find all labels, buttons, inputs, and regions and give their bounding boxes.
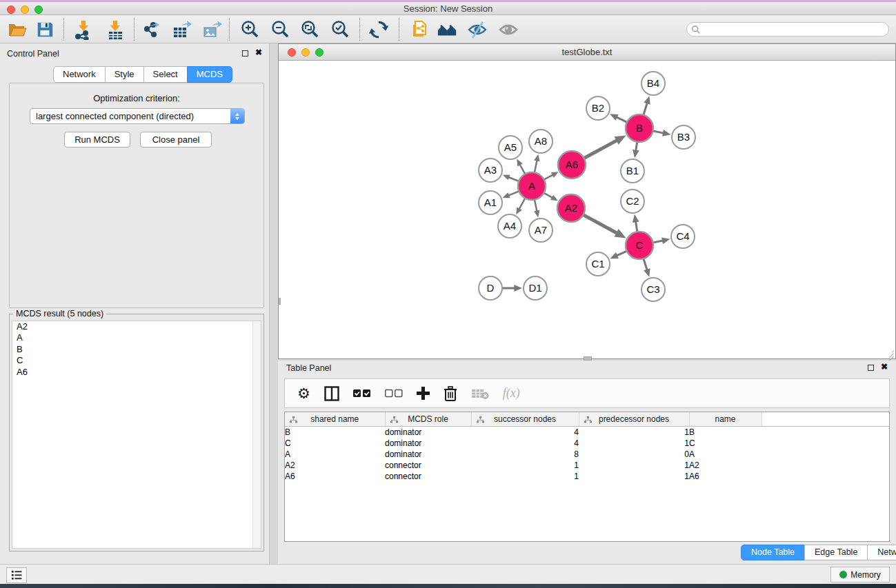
tab-style[interactable]: Style	[105, 66, 144, 83]
table-cell[interactable]: 4	[471, 427, 579, 438]
column-header-predecessor-nodes[interactable]: predecessor nodes	[579, 412, 689, 427]
table-cell[interactable]: 1	[579, 438, 689, 449]
node-table: shared name MCDS role successor nodes pr…	[284, 412, 890, 542]
task-history-button[interactable]	[6, 567, 27, 583]
graph-node-label: A2	[565, 202, 577, 214]
export-network-icon[interactable]	[139, 17, 166, 41]
column-header-mcds-role[interactable]: MCDS role	[385, 412, 471, 427]
table-cell[interactable]: A	[285, 449, 385, 460]
table-cell[interactable]: dominator	[385, 449, 471, 460]
column-layout-icon[interactable]	[324, 383, 339, 404]
result-list-item[interactable]: C	[12, 355, 261, 366]
tab-mcds[interactable]: MCDS	[187, 66, 232, 83]
import-network-icon[interactable]	[70, 17, 97, 41]
criterion-select[interactable]: largest connected component (directed)	[30, 108, 245, 124]
table-cell[interactable]: dominator	[385, 438, 471, 449]
mcds-result-list[interactable]: A2ABCA6	[12, 321, 261, 549]
select-all-columns-icon[interactable]	[353, 383, 371, 404]
table-cell[interactable]: B	[285, 427, 385, 438]
column-header-successor-nodes[interactable]: successor nodes	[471, 412, 579, 427]
result-list-item[interactable]: A2	[12, 321, 261, 332]
function-builder-icon[interactable]: f(x)	[503, 383, 520, 404]
zoom-selected-icon[interactable]	[327, 17, 353, 41]
table-cell[interactable]: C	[689, 438, 761, 449]
table-cell[interactable]: 1	[579, 427, 689, 438]
table-cell[interactable]: connector	[385, 460, 471, 471]
resize-grip-icon[interactable]	[885, 348, 894, 357]
table-cell[interactable]: dominator	[385, 427, 471, 438]
table-cell[interactable]: 1	[471, 471, 579, 482]
zoom-in-icon[interactable]	[237, 17, 263, 41]
first-neighbors-icon[interactable]	[435, 17, 461, 41]
table-cell[interactable]: A2	[285, 460, 385, 471]
table-cell[interactable]: A6	[285, 471, 385, 482]
desktop-background	[0, 584, 896, 588]
table-cell[interactable]: C	[285, 438, 385, 449]
column-type-icon	[584, 416, 592, 425]
table-cell-filler	[761, 438, 889, 449]
table-row[interactable]: Bdominator41B	[285, 427, 889, 438]
result-list-item[interactable]: B	[12, 344, 261, 355]
save-session-icon[interactable]	[32, 17, 58, 41]
tab-select[interactable]: Select	[143, 66, 188, 83]
table-cell[interactable]: 0	[579, 449, 689, 460]
show-hidden-icon[interactable]	[495, 17, 521, 41]
tab-network[interactable]: Network	[53, 66, 106, 83]
delete-table-icon[interactable]	[471, 383, 489, 404]
hide-selected-icon[interactable]	[464, 17, 490, 41]
table-cell[interactable]: connector	[385, 471, 471, 482]
unselect-all-columns-icon[interactable]	[385, 383, 403, 404]
close-panel-icon[interactable]: ✖	[255, 50, 262, 56]
graph-node-label: B1	[626, 165, 639, 176]
table-cell[interactable]: 1	[579, 471, 689, 482]
table-cell[interactable]: 1	[471, 460, 579, 471]
tab-node-table[interactable]: Node Table	[741, 545, 805, 560]
graph-edge-A2-C[interactable]	[582, 214, 617, 234]
result-scrollbar[interactable]	[252, 321, 261, 548]
table-row[interactable]: A6connector11A6	[285, 471, 889, 482]
network-canvas[interactable]: B4B2BB3A8A5A6A3B1AC2A1A2A4A7C4CC1DD1C3	[279, 61, 895, 358]
control-panel-title: Control Panel	[7, 49, 59, 59]
duplicate-network-icon[interactable]	[407, 17, 433, 41]
search-input[interactable]	[701, 24, 888, 35]
graph-edge-A6-B[interactable]	[583, 141, 617, 159]
column-header-name[interactable]: name	[689, 412, 761, 427]
memory-button[interactable]: Memory	[830, 567, 890, 582]
table-cell[interactable]: 4	[471, 438, 579, 449]
tab-network-table[interactable]: Network Table	[867, 545, 896, 560]
table-cell[interactable]: A6	[689, 471, 761, 482]
refresh-icon[interactable]	[366, 17, 392, 41]
close-table-panel-icon[interactable]: ✖	[881, 364, 888, 370]
export-table-icon[interactable]	[168, 17, 195, 41]
graph-node-label: C3	[646, 283, 659, 295]
table-cell[interactable]: 8	[471, 449, 579, 460]
table-toolbar: ⚙ f(x)	[284, 378, 890, 408]
delete-column-icon[interactable]	[444, 383, 457, 404]
zoom-fit-icon[interactable]	[297, 17, 323, 41]
network-window-titlebar[interactable]: testGlobe.txt	[279, 44, 895, 61]
graph-node-label: B	[636, 122, 643, 134]
open-session-icon[interactable]	[4, 17, 30, 41]
import-table-icon[interactable]	[102, 17, 128, 41]
vertical-scroll-mark[interactable]	[279, 298, 281, 305]
zoom-out-icon[interactable]	[267, 17, 293, 41]
result-list-item[interactable]: A	[12, 332, 261, 343]
add-column-icon[interactable]	[417, 383, 430, 404]
float-table-panel-icon[interactable]	[868, 365, 874, 371]
export-image-icon[interactable]	[199, 17, 225, 41]
table-cell[interactable]: 1	[579, 460, 689, 471]
run-mcds-button[interactable]: Run MCDS	[64, 132, 130, 148]
table-cell[interactable]: A2	[689, 460, 761, 471]
table-cell[interactable]: A	[689, 449, 761, 460]
column-header-shared-name[interactable]: shared name	[285, 412, 385, 427]
table-settings-icon[interactable]: ⚙	[297, 383, 310, 404]
graph-node-label: B2	[592, 102, 604, 114]
table-row[interactable]: Adominator80A	[285, 449, 889, 460]
float-panel-icon[interactable]	[242, 50, 248, 57]
result-list-item[interactable]: A6	[12, 367, 261, 378]
close-panel-button[interactable]: Close panel	[140, 132, 212, 148]
tab-edge-table[interactable]: Edge Table	[804, 545, 868, 560]
table-row[interactable]: Cdominator41C	[285, 438, 889, 449]
table-cell[interactable]: B	[689, 427, 761, 438]
table-row[interactable]: A2connector11A2	[285, 460, 889, 471]
